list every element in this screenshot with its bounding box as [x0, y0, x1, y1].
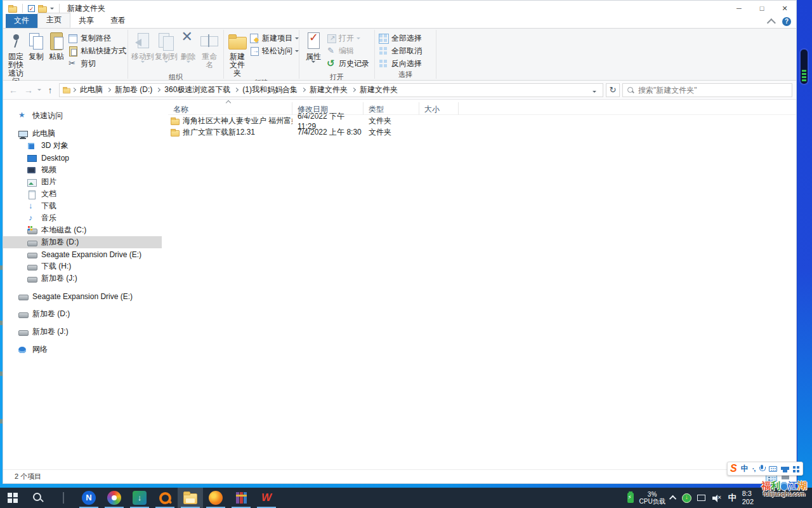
maximize-button[interactable]: □ [750, 1, 773, 16]
idm-tray-icon[interactable] [682, 493, 691, 503]
invert-selection-button[interactable]: 反向选择 [377, 58, 423, 69]
sogou-logo-icon[interactable]: S [730, 464, 737, 474]
sidebar-item[interactable]: 新加卷 (J:) [3, 272, 162, 284]
column-header-date[interactable]: 修改日期 [292, 102, 363, 115]
sidebar-item[interactable]: Desktop [3, 152, 162, 164]
tab-home[interactable]: 主页 [37, 13, 70, 28]
pin-to-quick-access-button[interactable]: 固定到快速访问 [6, 30, 26, 86]
sidebar-item[interactable]: 下载 (H:) [3, 260, 162, 272]
sidebar-item[interactable]: 文档 [3, 188, 162, 200]
close-button[interactable]: ✕ [773, 1, 796, 16]
search-box[interactable] [622, 83, 792, 97]
tab-view[interactable]: 查看 [102, 14, 134, 28]
file-row[interactable]: 推广文宣下载新12.31 7/4/2022 上午 8:30 文件夹 [168, 126, 796, 138]
ime-indicator[interactable]: 中 [728, 492, 737, 504]
column-header-type[interactable]: 类型 [363, 102, 419, 115]
ime-mode-chinese[interactable]: 中 [741, 464, 749, 474]
battery-tray-icon[interactable] [627, 493, 634, 503]
paste-button[interactable]: 粘贴 [46, 30, 67, 72]
sidebar-item[interactable]: 图片 [3, 176, 162, 188]
orange-search-app-icon[interactable] [152, 488, 178, 508]
file-explorer-icon[interactable] [178, 488, 203, 508]
breadcrumb-segment[interactable]: (1)我和妈妈合集 [239, 84, 301, 95]
history-button[interactable]: 历史记录 [325, 58, 370, 69]
easy-access-button[interactable]: 轻松访问 [248, 45, 300, 57]
breadcrumb-segment[interactable]: 新建文件夹 [306, 84, 351, 95]
new-folder-qat-icon[interactable] [38, 6, 47, 13]
idm-icon[interactable] [127, 488, 152, 508]
wps-icon[interactable] [254, 488, 279, 508]
firefox-icon[interactable] [203, 488, 228, 508]
app-n-icon[interactable] [76, 488, 102, 508]
microphone-icon[interactable] [759, 464, 765, 473]
cpu-load-indicator[interactable]: 3% CPU负载 [639, 491, 665, 505]
downloads-icon [27, 202, 36, 211]
qat-dropdown-icon[interactable] [50, 8, 54, 10]
clock[interactable]: 8:3 202 [742, 490, 754, 506]
help-icon[interactable]: ? [782, 17, 791, 26]
file-row[interactable]: 海角社区大神人妻专业户 福州富姐人妻... 6/4/2022 下午 11:29 … [168, 115, 796, 126]
breadcrumb[interactable]: 此电脑 新加卷 (D:) 360极速浏览器下载 (1)我和妈妈合集 新建文件夹 … [59, 83, 603, 97]
sidebar-item[interactable]: 本地磁盘 (C:) [3, 224, 162, 236]
sidebar-item[interactable]: 快速访问 [3, 110, 162, 122]
properties-button[interactable]: 属性 [302, 30, 325, 72]
copy-to-button[interactable]: 复制到 [154, 30, 178, 72]
search-input[interactable] [638, 86, 788, 95]
ime-punctuation-icon[interactable]: ·, [752, 465, 756, 472]
edit-icon [326, 46, 336, 56]
start-button[interactable] [0, 488, 25, 508]
browser-swirl-icon[interactable] [102, 488, 127, 508]
open-button[interactable]: 打开 [325, 32, 370, 44]
cut-button[interactable]: 剪切 [67, 58, 128, 69]
rename-button[interactable]: 重命名 [199, 30, 221, 72]
new-folder-button[interactable]: 新建文件夹 [226, 30, 248, 77]
sidebar-item[interactable]: 3D 对象 [3, 140, 162, 152]
soft-keyboard-icon[interactable] [769, 466, 777, 472]
refresh-button[interactable]: ↻ [606, 83, 620, 97]
sidebar-item[interactable]: 下载 [3, 200, 162, 212]
properties-qat-icon[interactable]: ✓ [28, 5, 35, 12]
breadcrumb-dropdown-icon[interactable] [589, 86, 600, 95]
ime-toolbox-icon[interactable] [793, 465, 800, 472]
breadcrumb-segment[interactable]: 360极速浏览器下载 [161, 84, 233, 95]
back-button[interactable]: ← [7, 85, 20, 95]
collapse-ribbon-icon[interactable] [767, 18, 776, 27]
delete-button[interactable]: 删除 [178, 30, 199, 72]
copy-button[interactable]: 复制 [26, 30, 46, 72]
breadcrumb-segment[interactable]: 新建文件夹 [357, 84, 401, 95]
sidebar-item[interactable]: 新加卷 (D:) [3, 308, 162, 320]
tab-file[interactable]: 文件 [6, 14, 37, 28]
winrar-icon[interactable] [228, 488, 254, 508]
copy-path-button[interactable]: 复制路径 [67, 32, 128, 44]
sidebar-item[interactable]: 此电脑 [3, 128, 162, 140]
ime-skin-icon[interactable] [781, 465, 789, 472]
move-to-button[interactable]: 移动到 [131, 30, 154, 72]
taskbar-search-icon[interactable] [25, 488, 51, 508]
paste-shortcut-button[interactable]: 粘贴快捷方式 [67, 45, 128, 57]
sidebar-item[interactable]: Seagate Expansion Drive (E:) [3, 248, 162, 260]
recent-locations-icon[interactable] [37, 89, 41, 91]
minimize-button[interactable]: ─ [728, 1, 750, 16]
column-header-size[interactable]: 大小 [419, 102, 459, 115]
column-header-name[interactable]: 名称 [168, 102, 292, 115]
select-none-button[interactable]: 全部取消 [377, 45, 423, 57]
breadcrumb-segment[interactable]: 新加卷 (D:) [112, 84, 155, 95]
forward-button[interactable]: → [22, 85, 35, 95]
copy-to-icon [156, 32, 176, 51]
up-button[interactable]: ↑ [44, 85, 56, 95]
show-hidden-icons-chevron[interactable] [669, 495, 676, 502]
breadcrumb-segment[interactable]: 此电脑 [77, 84, 106, 95]
sidebar-item[interactable]: Seagate Expansion Drive (E:) [3, 290, 162, 302]
sidebar-item[interactable]: 新加卷 (D:) [3, 236, 162, 248]
volume-muted-icon[interactable] [712, 494, 723, 502]
sidebar-item[interactable]: 网络 [3, 344, 162, 356]
new-item-button[interactable]: 新建项目 [248, 32, 300, 44]
select-all-button[interactable]: 全部选择 [377, 32, 423, 44]
sidebar-item[interactable]: 视频 [3, 164, 162, 176]
tab-share[interactable]: 共享 [70, 14, 102, 28]
edit-button[interactable]: 编辑 [325, 45, 370, 57]
network-tray-icon[interactable] [697, 494, 707, 502]
sidebar-item[interactable]: 音乐 [3, 212, 162, 224]
sidebar-item[interactable]: 新加卷 (J:) [3, 326, 162, 338]
taskbar-separator[interactable] [51, 488, 76, 508]
